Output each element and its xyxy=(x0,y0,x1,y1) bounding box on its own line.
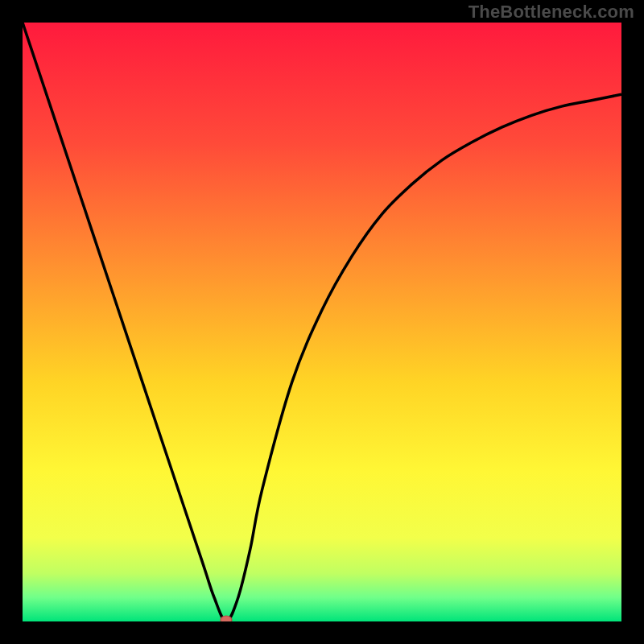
watermark-text: TheBottleneck.com xyxy=(469,2,634,23)
plot-area xyxy=(23,23,621,621)
chart-frame: TheBottleneck.com xyxy=(0,0,644,644)
gradient-background xyxy=(23,23,621,621)
minimum-marker xyxy=(221,616,232,621)
chart-svg xyxy=(23,23,621,621)
